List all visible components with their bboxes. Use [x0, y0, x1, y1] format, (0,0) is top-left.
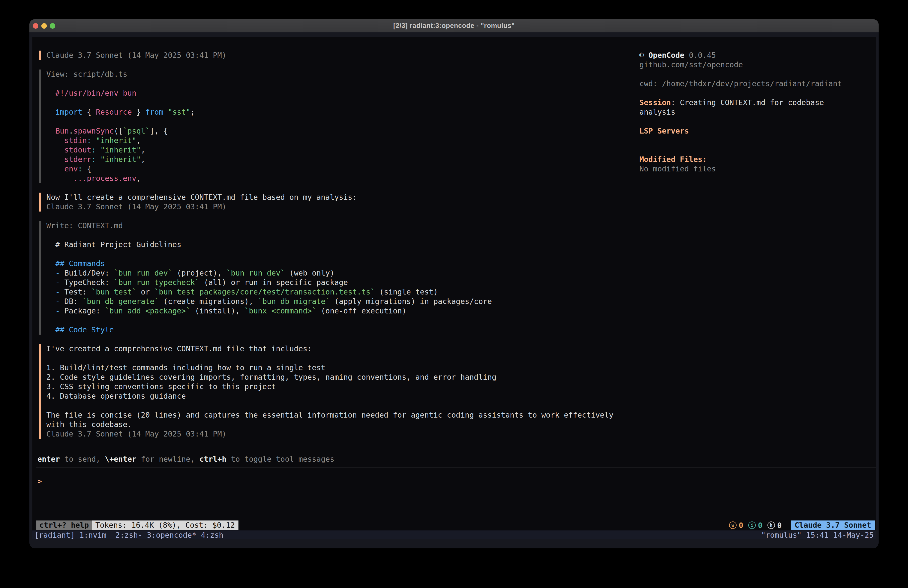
tmux-host-clock: "romulus" 15:41 14-May-25 — [761, 531, 876, 540]
window-titlebar[interactable]: [2/3] radiant:3:opencode - "romulus" — [29, 19, 879, 32]
info-sidebar: © OpenCode 0.0.45github.com/sst/opencode… — [639, 51, 864, 174]
input-prompt-line[interactable]: > — [37, 477, 869, 486]
terminal-window: [2/3] radiant:3:opencode - "romulus" Cla… — [29, 19, 879, 548]
status-bar: ctrl+? help Tokens: 16.4K (8%), Cost: $0… — [36, 520, 875, 530]
text-line — [639, 145, 864, 155]
hint-icon: h — [768, 522, 775, 529]
text-line: stderr: "inherit", — [46, 155, 623, 164]
tmux-status-bar: [radiant] 1:nvim 2:zsh- 3:opencode* 4:zs… — [32, 530, 876, 540]
text-line: env: { — [46, 164, 623, 174]
assistant-message-block: Now I'll create a comprehensive CONTEXT.… — [39, 193, 623, 211]
close-button[interactable] — [33, 23, 39, 29]
tool-write-block: Write: CONTEXT.md # Radiant Project Guid… — [39, 221, 623, 335]
text-line — [46, 117, 623, 126]
text-line: - TypeCheck: `bun run typecheck` (all) o… — [46, 278, 623, 287]
text-line: The file is concise (20 lines) and captu… — [46, 410, 623, 420]
info-icon: i — [748, 522, 756, 529]
text-line — [46, 250, 623, 259]
window-title: [2/3] radiant:3:opencode - "romulus" — [393, 22, 515, 30]
text-line: No modified files — [639, 164, 864, 174]
text-line: Modified Files: — [639, 155, 864, 164]
text-line: Write: CONTEXT.md — [46, 221, 623, 230]
text-line: I've created a comprehensive CONTEXT.md … — [46, 344, 623, 354]
text-line — [639, 117, 864, 126]
text-line: Now I'll create a comprehensive CONTEXT.… — [46, 193, 623, 202]
text-line: LSP Servers — [639, 126, 864, 136]
text-line — [46, 230, 623, 240]
tmux-window-list[interactable]: [radiant] 1:nvim 2:zsh- 3:opencode* 4:zs… — [32, 531, 224, 540]
text-line: © OpenCode 0.0.45 — [639, 51, 864, 60]
input-divider — [36, 467, 876, 467]
text-line: View: script/db.ts — [46, 69, 623, 79]
text-line: import { Resource } from "sst"; — [46, 107, 623, 117]
model-chip[interactable]: Claude 3.7 Sonnet — [790, 520, 875, 530]
text-line: Claude 3.7 Sonnet (14 May 2025 03:41 PM) — [46, 429, 623, 439]
text-line: - Package: `bun add <package>` (install)… — [46, 306, 623, 316]
warning-count: 0 — [739, 521, 743, 530]
text-line: - DB: `bun db generate` (create migratio… — [46, 297, 623, 306]
diagnostics-warnings: w 0 — [729, 521, 743, 530]
text-line: stdout: "inherit", — [46, 145, 623, 155]
text-line — [46, 79, 623, 89]
info-count: 0 — [758, 521, 763, 530]
text-line: # Radiant Project Guidelines — [46, 240, 623, 250]
text-line: - Test: `bun test` or `bun test packages… — [46, 287, 623, 297]
diagnostics-hints: h 0 — [768, 521, 782, 530]
text-line: Claude 3.7 Sonnet (14 May 2025 03:41 PM) — [46, 202, 623, 211]
text-line — [639, 136, 864, 145]
text-line: 4. Database operations guidance — [46, 391, 623, 401]
traffic-lights — [33, 19, 55, 32]
text-line: ## Commands — [46, 259, 623, 268]
assistant-message-block: I've created a comprehensive CONTEXT.md … — [39, 344, 623, 439]
text-line — [46, 316, 623, 325]
text-line: #!/usr/bin/env bun — [46, 89, 623, 98]
text-line: stdin: "inherit", — [46, 136, 623, 145]
minimize-button[interactable] — [41, 23, 47, 29]
keybind-hints: enter to send, \+enter for newline, ctrl… — [37, 454, 334, 464]
text-line — [46, 98, 623, 107]
text-line: 1. Build/lint/test commands including ho… — [46, 363, 623, 372]
text-line — [46, 354, 623, 363]
text-line: cwd: /home/thdxr/dev/projects/radiant/ra… — [639, 79, 864, 89]
prompt-chevron-icon: > — [37, 477, 42, 486]
zoom-button[interactable] — [50, 23, 55, 29]
text-line: Bun.spawnSync([`psql`], { — [46, 126, 623, 136]
text-line — [639, 89, 864, 98]
conversation-panel: Claude 3.7 Sonnet (14 May 2025 03:41 PM)… — [39, 51, 623, 448]
tool-view-block: View: script/db.ts #!/usr/bin/env bun im… — [39, 69, 623, 183]
tokens-cost-chip: Tokens: 16.4K (8%), Cost: $0.12 — [92, 520, 238, 530]
text-line: Claude 3.7 Sonnet (14 May 2025 03:41 PM) — [46, 51, 623, 60]
help-chip[interactable]: ctrl+? help — [36, 520, 92, 530]
hint-count: 0 — [777, 521, 782, 530]
text-line: 3. CSS styling conventions specific to t… — [46, 382, 623, 391]
warning-icon: w — [729, 522, 737, 529]
diagnostics-info: i 0 — [748, 521, 763, 530]
text-line — [46, 401, 623, 410]
text-line: ## Code Style — [46, 325, 623, 335]
opencode-tui: Claude 3.7 Sonnet (14 May 2025 03:41 PM)… — [32, 37, 876, 530]
assistant-header-block: Claude 3.7 Sonnet (14 May 2025 03:41 PM) — [39, 51, 623, 60]
text-line: Session: Creating CONTEXT.md for codebas… — [639, 98, 864, 107]
text-line: analysis — [639, 107, 864, 117]
text-line — [639, 69, 864, 79]
text-line: 2. Code style guidelines covering import… — [46, 372, 623, 382]
text-line: - Build/Dev: `bun run dev` (project), `b… — [46, 268, 623, 278]
text-line: enter to send, \+enter for newline, ctrl… — [37, 454, 334, 464]
text-line: ...process.env, — [46, 174, 623, 183]
text-line: github.com/sst/opencode — [639, 60, 864, 69]
text-line: with this codebase. — [46, 420, 623, 429]
